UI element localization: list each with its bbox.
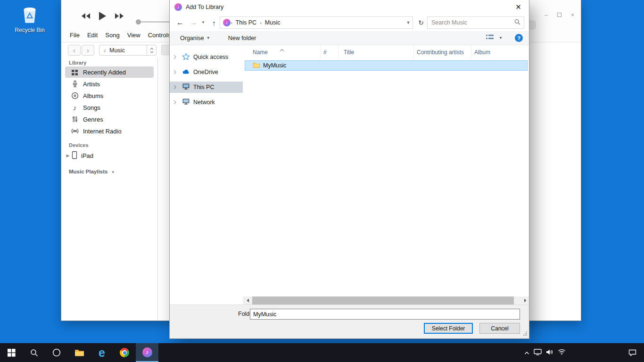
media-kind-selector[interactable]: ♪ Music <box>99 45 157 56</box>
sidebar-item-songs[interactable]: ♪ Songs <box>65 102 154 113</box>
expander-icon[interactable] <box>173 99 176 106</box>
refresh-icon[interactable]: ↻ <box>416 16 426 29</box>
breadcrumb-music[interactable]: Music <box>262 19 284 26</box>
view-mode-chevron-icon[interactable]: ▼ <box>499 36 503 40</box>
volume-slider[interactable] <box>137 21 171 23</box>
up-icon[interactable]: ↑ <box>208 16 220 29</box>
recycle-bin-desktop-icon[interactable]: Recycle Bin <box>12 4 47 33</box>
close-icon[interactable]: × <box>569 11 576 18</box>
address-dropdown-icon[interactable]: ▼ <box>404 21 413 25</box>
network-icon <box>182 98 190 107</box>
scroll-left-icon[interactable] <box>244 296 252 304</box>
navpane-item-network[interactable]: Network <box>170 97 243 108</box>
music-playlists-header[interactable]: Music Playlists ▼ <box>69 169 115 174</box>
navpane-item-this-pc[interactable]: This PC <box>170 82 243 93</box>
start-button[interactable] <box>0 343 23 362</box>
new-folder-button[interactable]: New folder <box>228 35 256 41</box>
minimize-icon[interactable]: – <box>543 11 550 18</box>
expander-icon[interactable] <box>173 69 176 76</box>
file-explorer-icon[interactable] <box>68 343 91 362</box>
itunes-app-icon: ♪ <box>142 347 152 357</box>
search-box[interactable] <box>427 16 524 29</box>
close-icon[interactable]: ✕ <box>508 0 529 14</box>
menu-file[interactable]: File <box>66 32 83 39</box>
sidebar-item-internet-radio[interactable]: Internet Radio <box>65 125 154 137</box>
expander-icon[interactable] <box>173 54 176 61</box>
recent-locations-chevron-icon[interactable]: ▼ <box>200 16 206 29</box>
menu-edit[interactable]: Edit <box>83 32 101 39</box>
itunes-window-controls: – × <box>543 11 576 18</box>
onedrive-cloud-icon <box>182 68 190 76</box>
help-button[interactable]: ? <box>515 34 523 42</box>
file-row-mymusic[interactable]: MyMusic <box>245 60 528 71</box>
search-icon <box>514 19 520 26</box>
itunes-forward-button[interactable]: › <box>82 45 94 56</box>
music-note-icon: ♪ <box>71 104 79 112</box>
scroll-right-icon[interactable] <box>521 296 529 304</box>
view-mode-icon[interactable] <box>486 34 494 41</box>
itunes-transport-controls <box>80 11 125 22</box>
dialog-titlebar: ♪ Add To Library ✕ <box>170 0 529 14</box>
itunes-taskbar-button[interactable]: ♪ <box>136 343 158 362</box>
column-header-number[interactable]: # <box>321 45 339 59</box>
album-record-icon <box>71 92 79 100</box>
column-header-name[interactable]: Name <box>243 45 321 59</box>
broadcast-icon <box>71 127 79 135</box>
file-name: MyMusic <box>263 62 286 69</box>
breadcrumb-this-pc[interactable]: This PC <box>232 19 260 26</box>
back-icon[interactable]: ← <box>173 16 187 29</box>
cortana-icon[interactable] <box>45 343 68 362</box>
menu-view[interactable]: View <box>124 32 144 39</box>
ipad-icon <box>71 151 78 161</box>
expander-icon[interactable]: ▶ <box>65 154 71 158</box>
action-center-icon[interactable] <box>628 343 636 362</box>
media-kind-label: Music <box>109 47 147 54</box>
column-header-title[interactable]: Title <box>339 45 414 59</box>
play-button[interactable] <box>99 11 107 22</box>
itunes-back-button[interactable]: ‹ <box>68 45 81 56</box>
chevron-up-down-icon <box>147 45 156 55</box>
display-tray-icon[interactable] <box>534 348 542 357</box>
chrome-browser-icon[interactable] <box>113 343 136 362</box>
network-wifi-icon[interactable] <box>558 349 566 356</box>
resize-grip[interactable] <box>523 330 528 337</box>
forward-icon[interactable]: → <box>188 16 200 29</box>
column-header-album[interactable]: Album <box>471 45 529 59</box>
taskbar-search-icon[interactable] <box>23 343 45 362</box>
organise-button[interactable]: Organise ▼ <box>180 35 210 41</box>
menu-song[interactable]: Song <box>101 32 123 39</box>
column-header-contributing-artists[interactable]: Contributing artists <box>414 45 471 59</box>
fast-forward-button[interactable] <box>114 13 125 21</box>
folder-name-input[interactable] <box>250 309 520 320</box>
sidebar-item-recently-added[interactable]: Recently Added <box>65 66 154 78</box>
volume-knob[interactable] <box>136 19 141 25</box>
dialog-footer: Folder: Select Folder Cancel <box>170 304 529 338</box>
navpane-item-quick-access[interactable]: Quick access <box>170 51 243 63</box>
address-bar[interactable]: ♪ › This PC › Music ▼ <box>220 16 413 29</box>
maximize-icon[interactable] <box>557 13 561 17</box>
genre-strings-icon <box>71 115 79 123</box>
microphone-icon <box>71 80 79 88</box>
grid-icon <box>71 68 79 76</box>
rewind-button[interactable] <box>80 13 91 21</box>
itunes-sidebar: Library Recently Added Artists <box>61 58 158 321</box>
expander-icon[interactable] <box>173 84 176 91</box>
horizontal-scrollbar[interactable] <box>244 296 529 304</box>
volume-tray-icon[interactable] <box>546 349 553 357</box>
cancel-button[interactable]: Cancel <box>479 323 520 334</box>
sidebar-item-artists[interactable]: Artists <box>65 78 154 90</box>
sidebar-item-genres[interactable]: Genres <box>65 114 154 125</box>
itunes-app-icon: ♪ <box>174 3 182 11</box>
devices-section-header: Devices <box>69 142 89 148</box>
library-list: Recently Added Artists Albums ♪ Song <box>65 66 154 137</box>
location-icon: ♪ <box>223 19 231 26</box>
select-folder-button[interactable]: Select Folder <box>424 323 473 334</box>
sidebar-item-albums[interactable]: Albums <box>65 90 154 101</box>
scrollbar-thumb[interactable] <box>252 296 514 304</box>
hidden-icons-chevron-icon[interactable] <box>524 349 529 356</box>
edge-browser-icon[interactable]: e <box>91 343 113 362</box>
navpane-item-onedrive[interactable]: OneDrive <box>170 66 243 78</box>
search-input[interactable] <box>428 19 514 26</box>
dialog-navigation-pane: Quick access OneDrive <box>170 45 243 304</box>
sidebar-item-ipad[interactable]: ▶ iPad <box>65 150 154 161</box>
